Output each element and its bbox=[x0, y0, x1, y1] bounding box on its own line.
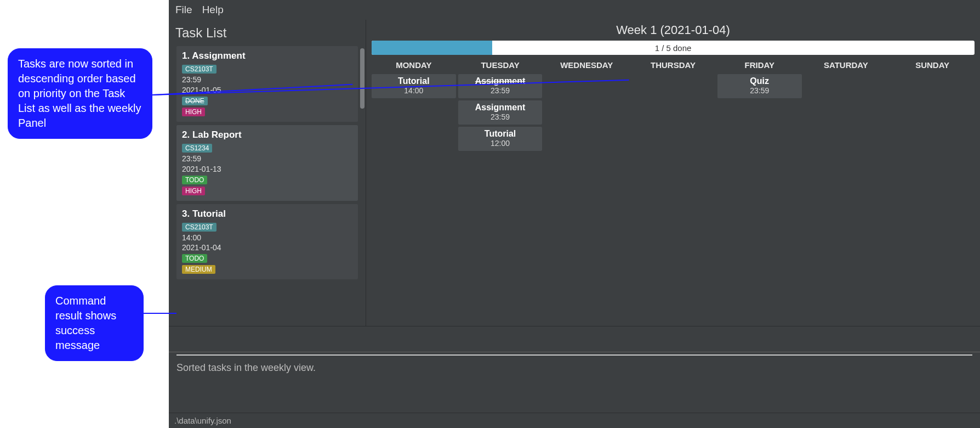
status-badge: TODO bbox=[182, 254, 207, 263]
menubar: File Help bbox=[169, 0, 980, 20]
day-header: FRIDAY bbox=[717, 58, 802, 72]
week-grid: MONDAY Tutorial 14:00 TUESDAY Assignment… bbox=[372, 58, 975, 324]
event-card[interactable]: Tutorial 12:00 bbox=[458, 127, 543, 151]
task-title: 1. Assignment bbox=[182, 50, 352, 61]
menu-help[interactable]: Help bbox=[202, 4, 224, 16]
task-card[interactable]: 2. Lab Report CS1234 23:59 2021-01-13 TO… bbox=[176, 125, 358, 201]
result-message: Sorted tasks in the weekly view. bbox=[176, 362, 972, 374]
task-time: 23:59 bbox=[182, 75, 352, 85]
day-column-friday: FRIDAY Quiz 23:59 bbox=[717, 58, 802, 324]
task-date: 2021-01-13 bbox=[182, 164, 352, 174]
command-input-area bbox=[169, 326, 980, 352]
task-title: 3. Tutorial bbox=[182, 209, 352, 219]
week-title: Week 1 (2021-01-04) bbox=[372, 23, 975, 37]
divider bbox=[176, 354, 972, 356]
event-title: Assignment bbox=[459, 103, 542, 112]
progress-bar: 1 / 5 done bbox=[372, 41, 975, 55]
task-card[interactable]: 1. Assignment CS2103T 23:59 2021-01-05 D… bbox=[176, 46, 358, 122]
day-header: SATURDAY bbox=[804, 58, 888, 72]
day-header: MONDAY bbox=[372, 58, 456, 72]
day-column-monday: MONDAY Tutorial 14:00 bbox=[372, 58, 456, 324]
status-badge: TODO bbox=[182, 176, 207, 184]
main-content: Task List 1. Assignment CS2103T 23:59 20… bbox=[169, 20, 980, 326]
task-time: 23:59 bbox=[182, 154, 352, 164]
task-title: 2. Lab Report bbox=[182, 129, 352, 140]
day-column-thursday: THURSDAY bbox=[631, 58, 715, 324]
task-date: 2021-01-04 bbox=[182, 243, 352, 253]
callout-line-bottom bbox=[144, 313, 176, 314]
week-panel: Week 1 (2021-01-04) 1 / 5 done MONDAY Tu… bbox=[366, 20, 980, 326]
event-title: Quiz bbox=[719, 76, 801, 86]
result-area: Sorted tasks in the weekly view. bbox=[169, 352, 980, 413]
task-list-title: Task List bbox=[169, 20, 366, 46]
module-badge: CS1234 bbox=[182, 144, 212, 153]
module-badge: CS2103T bbox=[182, 223, 216, 232]
priority-badge: MEDIUM bbox=[182, 265, 215, 274]
app-window: File Help Task List 1. Assignment CS2103… bbox=[169, 0, 980, 428]
module-badge: CS2103T bbox=[182, 65, 216, 74]
day-column-wednesday: WEDNESDAY bbox=[544, 58, 629, 324]
event-title: Tutorial bbox=[459, 129, 542, 139]
task-time: 14:00 bbox=[182, 233, 352, 243]
day-header: SUNDAY bbox=[890, 58, 975, 72]
status-path: .\data\unify.json bbox=[174, 416, 231, 425]
event-title: Tutorial bbox=[373, 76, 455, 86]
task-card[interactable]: 3. Tutorial CS2103T 14:00 2021-01-04 TOD… bbox=[176, 204, 358, 280]
event-card[interactable]: Quiz 23:59 bbox=[717, 74, 802, 98]
status-badge: DONE bbox=[182, 97, 208, 105]
scrollbar[interactable] bbox=[360, 48, 364, 109]
task-date: 2021-01-05 bbox=[182, 85, 352, 95]
event-time: 23:59 bbox=[459, 86, 542, 95]
status-bar: .\data\unify.json bbox=[169, 413, 980, 428]
sidebar: Task List 1. Assignment CS2103T 23:59 20… bbox=[169, 20, 366, 326]
priority-badge: HIGH bbox=[182, 108, 205, 116]
day-header: WEDNESDAY bbox=[544, 58, 629, 72]
command-input[interactable] bbox=[169, 326, 980, 352]
day-column-sunday: SUNDAY bbox=[890, 58, 975, 324]
event-card[interactable]: Assignment 23:59 bbox=[458, 74, 543, 98]
event-card[interactable]: Assignment 23:59 bbox=[458, 100, 543, 125]
event-time: 23:59 bbox=[459, 112, 542, 121]
day-header: TUESDAY bbox=[458, 58, 543, 72]
day-column-tuesday: TUESDAY Assignment 23:59 Assignment 23:5… bbox=[458, 58, 543, 324]
day-column-saturday: SATURDAY bbox=[804, 58, 888, 324]
priority-badge: HIGH bbox=[182, 187, 205, 195]
progress-label: 1 / 5 done bbox=[372, 41, 975, 55]
callout-command-result: Command result shows success message bbox=[45, 285, 144, 361]
event-time: 12:00 bbox=[459, 139, 542, 148]
callout-tasks-sorted: Tasks are now sorted in descending order… bbox=[8, 48, 152, 139]
day-header: THURSDAY bbox=[631, 58, 715, 72]
menu-file[interactable]: File bbox=[175, 4, 192, 16]
event-time: 23:59 bbox=[719, 86, 801, 95]
